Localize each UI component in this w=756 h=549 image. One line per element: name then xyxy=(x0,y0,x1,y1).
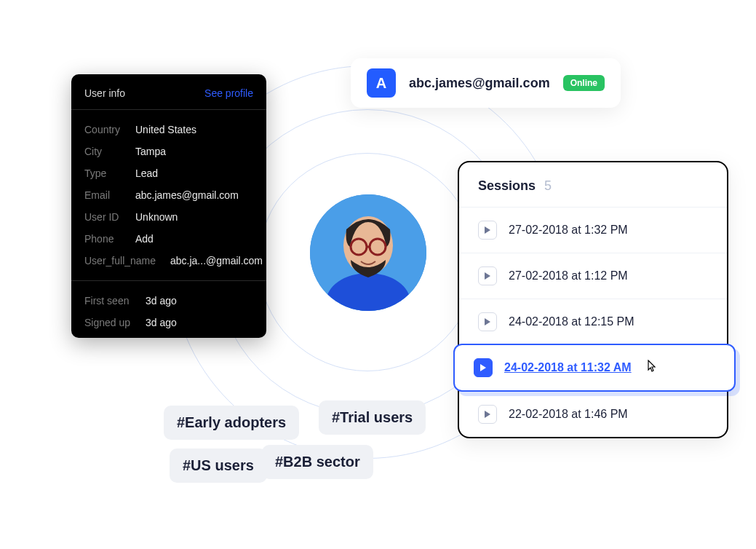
tag-us-users[interactable]: #US users xyxy=(170,449,267,483)
user-header: A abc.james@gmail.com Online xyxy=(351,58,621,108)
sessions-card: Sessions 5 27-02-2018 at 1:32 PM 27-02-2… xyxy=(458,161,728,438)
sessions-title: Sessions xyxy=(478,178,536,194)
play-icon xyxy=(484,411,491,418)
field-value-email: abc.james@gmail.com xyxy=(135,189,239,201)
field-label-signedup: Signed up xyxy=(84,317,135,328)
play-icon xyxy=(484,272,491,280)
tag-b2b-sector[interactable]: #B2B sector xyxy=(262,445,373,479)
see-profile-link[interactable]: See profile xyxy=(204,87,253,99)
session-label: 24-02-2018 at 12:15 PM xyxy=(509,315,634,328)
field-label-country: Country xyxy=(84,124,125,135)
play-button[interactable] xyxy=(478,312,497,331)
tag-early-adopters[interactable]: #Early adopters xyxy=(164,406,299,440)
session-label: 27-02-2018 at 1:12 PM xyxy=(509,269,628,283)
avatar xyxy=(310,194,426,311)
user-info-title: User info xyxy=(84,87,125,99)
field-label-city: City xyxy=(84,146,125,157)
avatar-initial: A xyxy=(367,68,396,98)
field-value-city: Tampa xyxy=(135,146,166,157)
cursor-pointer-icon xyxy=(646,360,658,376)
play-button[interactable] xyxy=(478,266,497,285)
session-label: 24-02-2018 at 11:32 AM xyxy=(504,361,632,374)
field-label-type: Type xyxy=(84,167,125,179)
field-value-fullname: abc.ja...@gmail.com xyxy=(170,255,263,266)
session-row[interactable]: 27-02-2018 at 1:12 PM xyxy=(459,253,727,299)
field-value-userid: Unknown xyxy=(135,211,178,223)
field-label-email: Email xyxy=(84,189,125,201)
avatar-illustration xyxy=(310,194,426,311)
field-value-country: United States xyxy=(135,124,196,135)
session-row[interactable]: 27-02-2018 at 1:32 PM xyxy=(459,207,727,253)
play-button[interactable] xyxy=(478,405,497,424)
session-label: 22-02-2018 at 1:46 PM xyxy=(509,408,628,421)
session-row[interactable]: 24-02-2018 at 12:15 PM xyxy=(459,299,727,344)
play-button[interactable] xyxy=(474,358,493,377)
user-email: abc.james@gmail.com xyxy=(409,76,550,91)
play-icon xyxy=(484,318,491,325)
field-label-userid: User ID xyxy=(84,211,125,223)
play-icon xyxy=(480,364,487,371)
play-icon xyxy=(484,226,491,234)
field-value-signedup: 3d ago xyxy=(146,317,177,328)
session-label: 27-02-2018 at 1:32 PM xyxy=(509,224,628,237)
session-row-active[interactable]: 24-02-2018 at 11:32 AM xyxy=(453,344,736,392)
user-info-card: User info See profile Country United Sta… xyxy=(71,74,266,338)
status-badge: Online xyxy=(563,75,605,91)
field-label-fullname: User_full_name xyxy=(84,255,160,266)
sessions-count: 5 xyxy=(544,178,552,194)
tag-trial-users[interactable]: #Trial users xyxy=(319,400,426,435)
play-button[interactable] xyxy=(478,221,497,240)
field-value-phone[interactable]: Add xyxy=(135,233,154,245)
field-label-phone: Phone xyxy=(84,233,125,245)
field-value-type: Lead xyxy=(135,167,158,179)
session-row[interactable]: 22-02-2018 at 1:46 PM xyxy=(459,391,727,437)
field-label-firstseen: First seen xyxy=(84,295,135,307)
field-value-firstseen: 3d ago xyxy=(146,295,177,307)
